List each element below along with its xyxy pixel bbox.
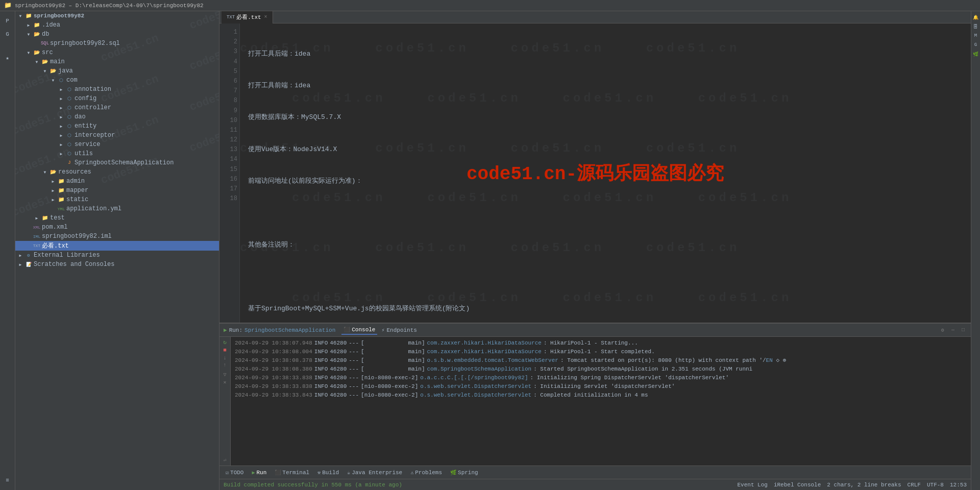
tree-item-pomxml[interactable]: XML pom.xml xyxy=(15,223,219,232)
tree-item-annotation[interactable]: ▶ ⬡ annotation xyxy=(15,85,219,94)
log-pid-0: 46280 xyxy=(330,339,347,348)
log-level-0: INFO xyxy=(314,339,328,348)
log-msg-4: : Initializing Spring DispatcherServlet … xyxy=(530,374,729,382)
package-icon: ⬡ xyxy=(65,140,74,149)
log-logger-0[interactable]: com.zaxxer.hikari.HikariDataSource xyxy=(427,339,541,348)
stop-icon[interactable]: ■ xyxy=(223,347,227,353)
code-content[interactable]: 打开工具后端：idea 打开工具前端：idea 使用数据库版本：MySQL5.7… xyxy=(240,23,971,323)
cursor-pos: 2 chars, 2 line breaks xyxy=(827,482,901,488)
settings-icon[interactable]: ⚙ xyxy=(939,327,946,334)
tree-item-db[interactable]: ▼ 📂 db xyxy=(15,30,219,39)
tree-item-com[interactable]: ▼ ⬡ com xyxy=(15,76,219,85)
code-line-9: 基于SpringBoot+MySQL+SSM+Vue.js的校园菜鸟驿站管理系统… xyxy=(248,304,963,314)
maven-icon[interactable]: M xyxy=(972,32,980,40)
tree-item-sql[interactable]: SQL springboot99y82.sql xyxy=(15,39,219,48)
arrow-icon: ▶ xyxy=(57,122,65,130)
problems-btn[interactable]: ⚠ Problems xyxy=(408,469,444,476)
arrow-icon: ▶ xyxy=(49,186,57,194)
arrow-icon: ▶ xyxy=(57,113,65,121)
scroll-end-icon[interactable]: ↓ xyxy=(223,355,227,361)
tree-item-mapper[interactable]: ▶ 📁 mapper xyxy=(15,186,219,195)
tab-close-icon[interactable]: × xyxy=(264,14,267,20)
encoding[interactable]: UTF-8 xyxy=(927,482,944,488)
arrow-icon: ▶ xyxy=(57,140,65,149)
maximize-icon[interactable]: □ xyxy=(960,327,967,334)
tree-item-admin[interactable]: ▶ 📁 admin xyxy=(15,177,219,186)
lib-icon: ⚙ xyxy=(24,251,33,259)
irebel-btn[interactable]: iRebel Console xyxy=(774,482,821,488)
left-strip-structure[interactable]: ≡ xyxy=(2,475,13,486)
notifications-icon[interactable]: 🔔 xyxy=(972,13,980,21)
java-enterprise-btn[interactable]: ☕ Java Enterprise xyxy=(345,469,404,476)
tree-item-external-libraries[interactable]: ▶ ⚙ External Libraries xyxy=(15,251,219,260)
arrow-icon: ▶ xyxy=(57,85,65,93)
tree-item-scratches[interactable]: ▶ 📝 Scratches and Consoles xyxy=(15,260,219,269)
tree-item-interceptor[interactable]: ▶ ⬡ interceptor xyxy=(15,131,219,140)
tree-item-root[interactable]: ▼ 📁 springboot99y82 xyxy=(15,11,219,20)
spring-sidebar-icon[interactable]: 🌿 xyxy=(972,50,980,58)
build-btn[interactable]: ⚒ Build xyxy=(315,469,341,476)
tree-label-admin: admin xyxy=(65,178,85,185)
tree-item-main[interactable]: ▼ 📂 main xyxy=(15,57,219,66)
tree-item-controller[interactable]: ▶ ⬡ controller xyxy=(15,103,219,112)
restart-icon[interactable]: ↻ xyxy=(223,339,227,346)
console-output[interactable]: 2024-09-29 10:38:07.948 INFO 46280 --- [… xyxy=(231,337,971,465)
filter-icon[interactable]: ▽ xyxy=(223,372,226,378)
tree-label-idea: .idea xyxy=(41,21,60,29)
log-ts-2: 2024-09-29 10:38:08.378 xyxy=(235,356,312,365)
tree-label-com: com xyxy=(65,77,78,84)
tree-item-static[interactable]: ▶ 📁 static xyxy=(15,195,219,204)
minimize-icon[interactable]: — xyxy=(949,327,957,334)
scroll-up-icon[interactable]: ↑ xyxy=(223,362,226,368)
tree-item-test[interactable]: ▶ 📁 test xyxy=(15,213,219,223)
log-thread-4: [nio-8080-exec-2] xyxy=(361,374,418,382)
tree-label-utils: utils xyxy=(74,150,93,157)
endpoints-tab[interactable]: ⚡ Endpoints xyxy=(379,326,419,334)
tree-item-src[interactable]: ▼ 📂 src xyxy=(15,48,219,57)
build-label: Build xyxy=(322,470,339,476)
tree-item-applicationyml[interactable]: YML application.yml xyxy=(15,204,219,213)
arrow-icon: ▼ xyxy=(41,168,49,176)
gradle-icon[interactable]: G xyxy=(972,41,980,49)
wrap-icon[interactable]: ⏎ xyxy=(223,457,226,463)
code-editor[interactable]: code51.cn code51.cn code51.cn code51.cn … xyxy=(219,23,971,323)
package-icon: ⬡ xyxy=(65,113,74,121)
log-logger-3[interactable]: com.SpringbootSchemaApplication xyxy=(427,365,531,374)
run-btn[interactable]: ▶ Run xyxy=(250,469,268,476)
clear-icon[interactable]: ✕ xyxy=(223,379,226,385)
left-strip-git[interactable]: G xyxy=(2,29,13,40)
tree-item-springbootapp[interactable]: J SpringbootSchemaApplication xyxy=(15,158,219,167)
tree-label-external-libraries: External Libraries xyxy=(33,252,100,259)
log-thread-0: [ main] xyxy=(361,339,425,348)
log-logger-5[interactable]: o.s.web.servlet.DispatcherServlet xyxy=(420,382,531,391)
tree-item-java[interactable]: ▼ 📂 java xyxy=(15,66,219,76)
tree-item-utils[interactable]: ▶ ⬡ utils xyxy=(15,149,219,158)
tree-item-entity[interactable]: ▶ ⬡ entity xyxy=(15,121,219,131)
tree-item-resources[interactable]: ▼ 📂 resources xyxy=(15,167,219,177)
log-logger-4[interactable]: o.a.c.c.C.[.[.[/springboot99y82] xyxy=(420,374,528,382)
terminal-icon: ⬛ xyxy=(275,470,281,476)
tree-item-service[interactable]: ▶ ⬡ service xyxy=(15,140,219,149)
editor-tab-bikaantxt[interactable]: TXT 必看.txt × xyxy=(222,11,273,23)
log-logger-6[interactable]: o.s.web.servlet.DispatcherServlet xyxy=(420,391,531,400)
console-tab[interactable]: ⬛ Console xyxy=(341,326,377,335)
terminal-btn[interactable]: ⬛ Terminal xyxy=(273,469,311,476)
tree-item-dao[interactable]: ▶ ⬡ dao xyxy=(15,112,219,121)
tree-item-config[interactable]: ▶ ⬡ config xyxy=(15,94,219,103)
log-logger-2[interactable]: o.s.b.w.embedded.tomcat.TomcatWebServer xyxy=(427,356,558,365)
log-thread-3: [ main] xyxy=(361,365,425,374)
folder-icon: 📁 xyxy=(41,214,49,222)
tree-item-idea[interactable]: ▶ 📁 .idea xyxy=(15,20,219,30)
todo-btn[interactable]: ☑ TODO xyxy=(224,469,246,476)
left-strip-favorites[interactable]: ★ xyxy=(2,52,13,63)
iml-icon: IML xyxy=(33,232,41,240)
line-ending[interactable]: CRLF xyxy=(908,482,921,488)
tree-item-iml[interactable]: IML springboot99y82.iml xyxy=(15,232,219,241)
folder-open-icon: 📂 xyxy=(49,67,57,75)
spring-btn[interactable]: 🌿 Spring xyxy=(448,469,480,476)
database-icon[interactable]: 🗄 xyxy=(972,22,980,31)
event-log-btn[interactable]: Event Log xyxy=(737,482,767,488)
tree-item-bikantxt[interactable]: TXT 必看.txt xyxy=(15,241,219,251)
left-strip-project[interactable]: P xyxy=(2,15,13,27)
log-logger-1[interactable]: com.zaxxer.hikari.HikariDataSource xyxy=(427,348,541,356)
